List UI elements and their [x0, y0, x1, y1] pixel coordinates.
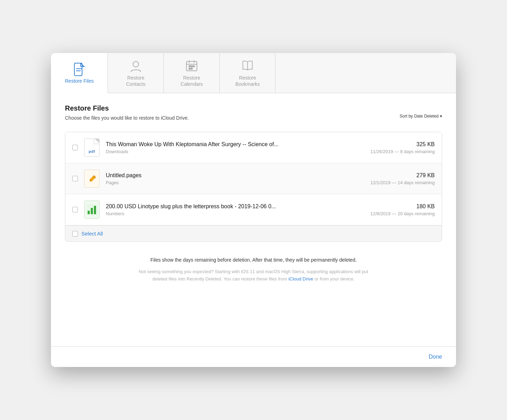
chevron-down-icon: ▾ [440, 114, 442, 119]
file-name-3: 200.00 USD Linotype slug plus the letter… [106, 203, 365, 210]
file-size-2: 279 KB [417, 172, 435, 179]
table-row: 200.00 USD Linotype slug plus the letter… [65, 194, 442, 225]
pdf-file-icon: pdf [83, 138, 100, 157]
icloud-drive-link[interactable]: iCloud Drive [288, 276, 313, 282]
file-checkbox-3[interactable] [72, 207, 78, 212]
tab-restore-files-label: Restore Files [65, 78, 94, 84]
dialog: Restore Files RestoreContacts [51, 53, 456, 367]
file-right-2: 279 KB 12/1/2019 — 14 days remaining [370, 172, 435, 185]
svg-rect-23 [94, 206, 96, 214]
tab-restore-contacts-label: RestoreContacts [126, 75, 145, 87]
svg-rect-21 [88, 211, 90, 214]
file-name-2: Untitled.pages [106, 172, 365, 179]
calendar-icon [185, 59, 198, 72]
section-header: Restore Files Choose the files you would… [65, 104, 189, 128]
bottom-bar: Done [51, 346, 456, 367]
select-all-button[interactable]: Select All [81, 231, 103, 237]
section-subtitle: Choose the files you would like to resto… [65, 115, 189, 121]
file-checkbox-1[interactable] [72, 145, 78, 150]
section-title: Restore Files [65, 104, 189, 112]
file-size-3: 180 KB [417, 203, 435, 210]
svg-rect-10 [189, 66, 190, 67]
file-folder-3: Numbers [106, 211, 365, 216]
file-right-3: 180 KB 12/8/2019 — 20 days remaining [370, 203, 435, 216]
file-info-1: This Woman Woke Up With Kleptomania Afte… [106, 141, 365, 154]
done-button[interactable]: Done [429, 354, 442, 360]
sort-dropdown[interactable]: Sort by Date Deleted ▾ [400, 114, 442, 119]
svg-rect-14 [191, 68, 192, 69]
file-info-3: 200.00 USD Linotype slug plus the letter… [106, 203, 365, 216]
file-size-1: 325 KB [417, 141, 435, 148]
svg-point-5 [133, 61, 139, 67]
file-icon [73, 62, 86, 75]
svg-rect-11 [191, 66, 192, 67]
file-right-1: 325 KB 11/26/2019 — 8 days remaining [370, 141, 435, 154]
footer-notes: Files show the days remaining before del… [65, 257, 442, 283]
file-date-3: 12/8/2019 — 20 days remaining [370, 211, 435, 216]
file-date-2: 12/1/2019 — 14 days remaining [370, 180, 435, 185]
pages-file-icon [83, 169, 100, 188]
svg-rect-22 [91, 208, 93, 214]
file-date-1: 11/26/2019 — 8 days remaining [370, 149, 435, 154]
file-list: pdf This Woman Woke Up With Kleptomania … [65, 132, 442, 242]
tab-restore-bookmarks-label: RestoreBookmarks [235, 75, 260, 87]
file-info-2: Untitled.pages Pages [106, 172, 365, 185]
select-all-row: Select All [65, 225, 442, 241]
select-all-checkbox[interactable] [72, 231, 78, 237]
tab-restore-contacts[interactable]: RestoreContacts [108, 53, 164, 93]
main-content: Restore Files Choose the files you would… [51, 93, 456, 346]
footer-main-text: Files show the days remaining before del… [65, 257, 442, 263]
person-icon [130, 59, 142, 72]
svg-rect-12 [193, 66, 194, 67]
table-row: pdf This Woman Woke Up With Kleptomania … [65, 132, 442, 163]
file-folder-2: Pages [106, 180, 365, 185]
footer-secondary-text: Not seeing something you expected? Start… [131, 268, 376, 283]
footer-secondary-part2: or from your device. [313, 276, 355, 282]
file-folder-1: Downloads [106, 149, 365, 154]
sort-row: Restore Files Choose the files you would… [65, 104, 442, 128]
tab-restore-bookmarks[interactable]: RestoreBookmarks [220, 53, 275, 93]
tab-restore-calendars[interactable]: RestoreCalendars [164, 53, 220, 93]
tab-restore-files[interactable]: Restore Files [51, 53, 108, 93]
tab-bar: Restore Files RestoreContacts [51, 53, 456, 93]
book-icon [241, 59, 254, 72]
tab-restore-calendars-label: RestoreCalendars [181, 75, 203, 87]
file-checkbox-2[interactable] [72, 176, 78, 181]
svg-rect-13 [189, 68, 190, 69]
numbers-file-icon [83, 200, 100, 219]
sort-label: Sort by Date Deleted [400, 114, 439, 119]
table-row: Untitled.pages Pages 279 KB 12/1/2019 — … [65, 163, 442, 194]
file-name-1: This Woman Woke Up With Kleptomania Afte… [106, 141, 365, 148]
